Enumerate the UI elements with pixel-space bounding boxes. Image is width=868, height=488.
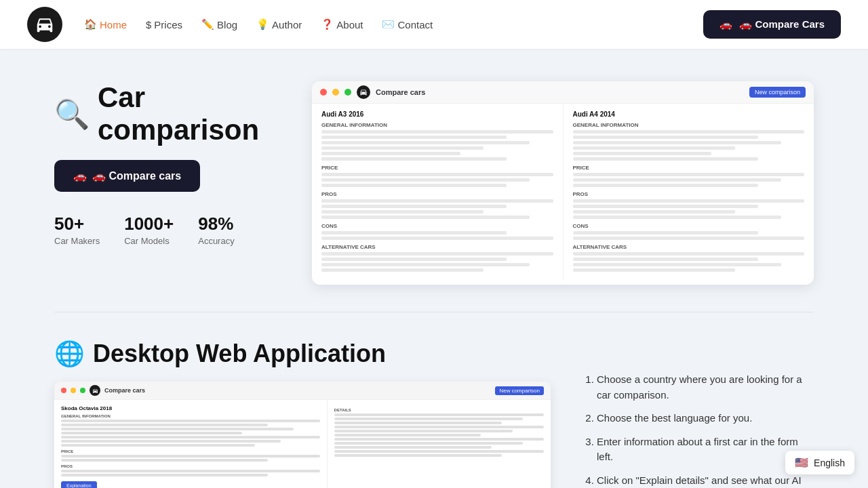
ds-left-panel: Skoda Octavia 2018 General Information P… (54, 400, 328, 488)
site-logo (27, 7, 62, 42)
dot-red (320, 89, 327, 96)
nav-author[interactable]: 💡 Author (256, 18, 302, 30)
preview-car1-name: Audi A3 2016 (321, 110, 553, 118)
steps-list: Choose a country where you are looking f… (583, 340, 814, 488)
nav-about[interactable]: ❓ About (321, 18, 363, 30)
preview-header: Compare cars New comparison (312, 81, 814, 104)
hero-left: 🔍 Car comparison 🚗 🚗 Compare cars 50+ Ca… (54, 81, 285, 246)
ds-app-title: Compare cars (104, 387, 145, 394)
dot-yellow (332, 89, 339, 96)
car-icon: 🚗 (719, 18, 732, 30)
step-4: Click on "Explain details" and see what … (597, 473, 814, 489)
preview-app-title: Compare cars (376, 88, 425, 96)
language-flag: 🇺🇸 (795, 456, 808, 469)
step-2: Choose the best language for you. (597, 411, 814, 426)
preview-new-comparison-button[interactable]: New comparison (749, 87, 806, 98)
app-preview: Compare cars New comparison Audi A3 2016… (312, 81, 814, 285)
hero-title: 🔍 Car comparison (54, 81, 285, 146)
prices-emoji: $ (146, 19, 151, 30)
language-label: English (814, 458, 845, 468)
author-emoji: 💡 (256, 18, 269, 30)
stat-car-makers: 50+ Car Makers (54, 214, 100, 246)
stats-row: 50+ Car Makers 1000+ Car Models 98% Accu… (54, 214, 285, 246)
preview-col-left: Audi A3 2016 General information Price P… (312, 104, 564, 281)
stat-accuracy: 98% Accuracy (198, 214, 234, 246)
ds-body: Skoda Octavia 2018 General Information P… (54, 400, 551, 488)
ds-submit-button[interactable]: Explanation (61, 481, 97, 488)
preview-logo (357, 85, 370, 99)
preview-col-right: Audi A4 2014 General information Price P… (564, 104, 814, 281)
nav-links: 🏠 Home $ Prices ✏️ Blog 💡 Author ❓ About… (84, 18, 703, 30)
desktop-section-title: 🌐 Desktop Web Application (54, 340, 551, 368)
ds-header: Compare cars New comparison (54, 382, 551, 400)
language-badge[interactable]: 🇺🇸 English (785, 451, 854, 474)
contact-emoji: ✉️ (382, 18, 395, 30)
preview-body: Audi A3 2016 General information Price P… (312, 104, 814, 281)
home-emoji: 🏠 (84, 18, 97, 30)
compare-cars-button[interactable]: 🚗 🚗 Compare cars (54, 160, 200, 192)
desktop-screenshot: Compare cars New comparison Skoda Octavi… (54, 382, 551, 488)
stat-car-models: 1000+ Car Models (124, 214, 174, 246)
nav-blog[interactable]: ✏️ Blog (201, 18, 237, 30)
nav-contact[interactable]: ✉️ Contact (382, 18, 433, 30)
step-3: Enter information about a first car in t… (597, 434, 814, 465)
nav-prices[interactable]: $ Prices (146, 19, 182, 30)
nav-compare-button[interactable]: 🚗 🚗 Compare Cars (703, 10, 841, 39)
dot-green (344, 89, 351, 96)
ds-dot-red (61, 388, 66, 393)
globe-icon: 🌐 (54, 340, 85, 368)
nav-home[interactable]: 🏠 Home (84, 18, 127, 30)
step-1: Choose a country where you are looking f… (597, 372, 814, 403)
ds-dot-yellow (71, 388, 76, 393)
search-icon: 🔍 (54, 98, 90, 131)
about-emoji: ❓ (321, 18, 334, 30)
desktop-section-left: 🌐 Desktop Web Application Compare cars N… (54, 340, 551, 488)
ds-right-panel: Details (328, 400, 551, 488)
ds-new-comparison-button[interactable]: New comparison (495, 386, 544, 395)
preview-car2-name: Audi A4 2014 (573, 110, 805, 118)
ds-logo (90, 385, 100, 396)
ds-car-name: Skoda Octavia 2018 (61, 405, 320, 411)
car-icon-btn: 🚗 (73, 169, 87, 182)
ds-dot-green (80, 388, 85, 393)
blog-emoji: ✏️ (201, 18, 214, 30)
